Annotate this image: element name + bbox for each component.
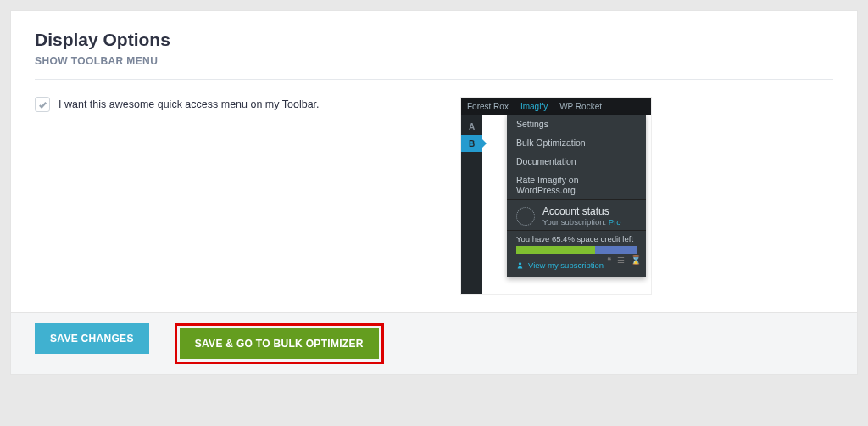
preview-tab-active: Imagify (515, 98, 554, 115)
preview-body: A B Settings Bulk Optimization Documenta… (461, 115, 651, 294)
preview-column: Forest Rox Imagify WP Rocket A B Setting… (460, 97, 833, 295)
user-icon (516, 261, 524, 269)
toolbar-option-checkbox[interactable] (35, 97, 50, 112)
highlight-annotation: Save & Go to Bulk Optimizer (175, 323, 384, 364)
preview-menu-item: Settings (507, 115, 646, 133)
checkmark-icon (38, 100, 47, 109)
preview-menu-item: Rate Imagify on WordPress.org (507, 171, 646, 199)
preview-side-handle-accent: B (461, 135, 482, 152)
section-title: Display Options (35, 30, 833, 50)
preview-dropdown: Settings Bulk Optimization Documentation… (507, 115, 646, 277)
preview-account-status: Account status Your subscription: Pro (507, 200, 646, 230)
status-circle-icon (516, 207, 535, 226)
options-left: I want this awesome quick access menu on… (35, 97, 453, 295)
status-credit-text: You have 65.4% space credit left (507, 231, 646, 246)
toolbar-option-label: I want this awesome quick access menu on… (58, 98, 320, 110)
preview-admin-bar: Forest Rox Imagify WP Rocket (461, 98, 651, 115)
status-title: Account status (542, 205, 621, 217)
status-credit-bar-fill (516, 246, 595, 254)
status-subscription: Your subscription: Pro (542, 217, 621, 227)
section-subtitle: SHOW TOOLBAR MENU (35, 55, 833, 80)
preview-menu-item: Bulk Optimization (507, 133, 646, 152)
toolbar-preview-image: Forest Rox Imagify WP Rocket A B Setting… (460, 97, 652, 295)
save-changes-button[interactable]: Save Changes (35, 323, 149, 354)
preview-menu-item: Documentation (507, 152, 646, 171)
save-bulk-optimizer-button[interactable]: Save & Go to Bulk Optimizer (180, 328, 379, 359)
status-tier: Pro (609, 217, 621, 227)
preview-tab: WP Rocket (554, 98, 608, 115)
preview-side-handle: A (461, 118, 482, 135)
options-body: I want this awesome quick access menu on… (35, 97, 833, 295)
status-credit-bar (516, 246, 637, 254)
toolbar-option-row[interactable]: I want this awesome quick access menu on… (35, 97, 453, 112)
preview-editor-icons: ❝ ☰ ⌛ (607, 255, 643, 265)
display-options-panel: Display Options SHOW TOOLBAR MENU I want… (10, 10, 858, 313)
preview-sidebar: A B (461, 115, 482, 294)
status-sub-label: Your subscription: (542, 217, 606, 227)
view-subscription-label: View my subscription (528, 261, 604, 270)
preview-tab: Forest Rox (461, 98, 515, 115)
status-text: Account status Your subscription: Pro (542, 205, 621, 227)
footer-actions: Save Changes Save & Go to Bulk Optimizer (10, 313, 858, 375)
